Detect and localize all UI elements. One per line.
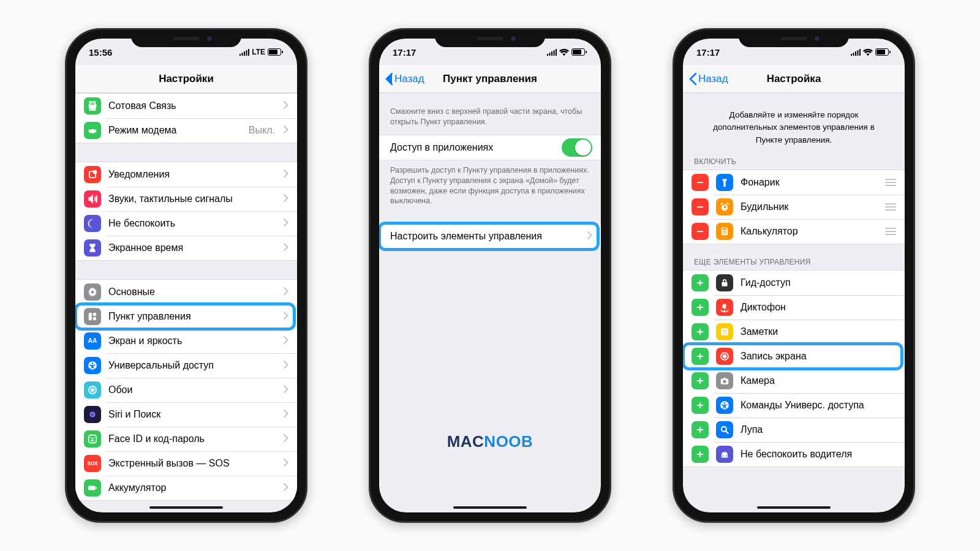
notifications-icon <box>84 166 101 183</box>
svg-rect-1 <box>269 50 277 54</box>
settings-row-moon[interactable]: Не беспокоить <box>75 211 297 236</box>
nav-title: Настройки <box>159 73 214 85</box>
faceid-icon <box>84 430 101 448</box>
status-time: 17:17 <box>696 47 720 58</box>
chevron-right-icon <box>284 482 288 493</box>
control-row-car[interactable]: Не беспокоить водителя <box>683 442 905 467</box>
row-customize-controls[interactable]: Настроить элементы управления <box>379 224 601 249</box>
footer-access: Разрешить доступ к Пункту управления в п… <box>379 160 601 207</box>
camera-icon <box>716 372 733 389</box>
hourglass-icon <box>84 239 101 257</box>
control-row-lock[interactable]: Гид-доступ <box>683 271 905 295</box>
add-button[interactable] <box>692 372 709 389</box>
settings-row-gear[interactable]: Основные <box>75 280 297 304</box>
nav-back-button[interactable]: Назад <box>385 66 424 92</box>
control-row-record[interactable]: Запись экрана <box>683 344 905 369</box>
chevron-right-icon <box>284 218 288 229</box>
chevron-right-icon <box>284 125 288 136</box>
settings-row-cellular[interactable]: Сотовая Связь <box>75 94 297 118</box>
watermark: MACNOOB <box>379 432 601 451</box>
chevron-right-icon <box>284 409 288 420</box>
svg-rect-8 <box>889 51 891 53</box>
row-label: Экранное время <box>108 242 280 253</box>
add-button[interactable] <box>692 397 709 414</box>
reorder-handle-icon[interactable] <box>885 228 896 235</box>
settings-row-siri[interactable]: Siri и Поиск <box>75 402 297 427</box>
row-label: Команды Универс. доступа <box>741 400 896 411</box>
settings-row-hotspot[interactable]: Режим модемаВыкл. <box>75 118 297 143</box>
status-icons <box>546 48 587 56</box>
row-label: Заметки <box>741 326 896 337</box>
row-label: Уведомления <box>108 169 280 180</box>
phone-control-center: 17:17 Назад Пункт управления Смахните вн… <box>369 28 611 523</box>
add-button[interactable] <box>692 421 709 438</box>
section-more: ЕЩЕ ЭЛЕМЕНТЫ УПРАВЛЕНИЯ <box>683 258 905 270</box>
settings-row-aa[interactable]: Экран и яркость <box>75 329 297 353</box>
add-button[interactable] <box>692 446 709 463</box>
chevron-right-icon <box>284 433 288 444</box>
row-label: Камера <box>741 375 896 386</box>
accessibility-icon <box>84 357 101 374</box>
remove-button[interactable] <box>692 198 709 216</box>
row-label: Фонарик <box>741 177 885 188</box>
control-row-access[interactable]: Команды Универс. доступа <box>683 393 905 418</box>
row-access-in-apps[interactable]: Доступ в приложениях <box>379 135 601 160</box>
nav-bar: Назад Пункт управления <box>379 66 601 93</box>
toggle-access-in-apps[interactable] <box>562 138 592 157</box>
control-row-calc[interactable]: Калькулятор <box>683 219 905 244</box>
lock-icon <box>716 274 733 291</box>
remove-button[interactable] <box>692 223 709 240</box>
device-notch <box>131 30 241 47</box>
nav-bar: Настройки <box>75 66 297 93</box>
nav-title: Пункт управления <box>443 73 537 85</box>
add-button[interactable] <box>692 348 709 365</box>
control-row-alarm[interactable]: Будильник <box>683 195 905 219</box>
svg-rect-5 <box>586 51 587 53</box>
home-indicator[interactable] <box>757 506 831 509</box>
settings-row-control[interactable]: Пункт управления <box>75 304 297 329</box>
settings-row-wallpaper[interactable]: Обои <box>75 378 297 402</box>
settings-row-notifications[interactable]: Уведомления <box>75 162 297 187</box>
remove-button[interactable] <box>692 174 709 191</box>
row-label: Калькулятор <box>741 226 885 237</box>
row-label: Пункт управления <box>108 311 280 322</box>
settings-row-sounds[interactable]: Звуки, тактильные сигналы <box>75 187 297 211</box>
settings-row-hourglass[interactable]: Экранное время <box>75 236 297 260</box>
control-row-magnifier[interactable]: Лупа <box>683 418 905 442</box>
chevron-right-icon <box>284 458 288 469</box>
settings-row-battery[interactable]: Аккумулятор <box>75 476 297 500</box>
add-button[interactable] <box>692 323 709 340</box>
hotspot-icon <box>84 122 101 139</box>
device-notch <box>435 30 545 47</box>
row-label: Диктофон <box>741 302 896 313</box>
row-label: Экран и яркость <box>108 335 280 347</box>
control-row-camera[interactable]: Камера <box>683 369 905 393</box>
row-label: Аккумулятор <box>108 482 280 493</box>
section-included: ВКЛЮЧИТЬ <box>683 157 905 170</box>
add-button[interactable] <box>692 274 709 291</box>
control-icon <box>84 308 101 325</box>
row-label: Не беспокоить <box>108 218 280 229</box>
row-value: Выкл. <box>249 125 275 136</box>
reorder-handle-icon[interactable] <box>885 179 896 186</box>
intro-text: Добавляйте и изменяйте порядок дополните… <box>683 93 905 152</box>
settings-row-faceid[interactable]: Face ID и код-пароль <box>75 427 297 451</box>
settings-row-sos[interactable]: Экстренный вызов — SOS <box>75 451 297 476</box>
settings-row-accessibility[interactable]: Универсальный доступ <box>75 353 297 378</box>
svg-rect-4 <box>573 50 581 54</box>
control-row-notes[interactable]: Заметки <box>683 320 905 344</box>
record-icon <box>716 348 733 365</box>
notes-icon <box>716 323 733 340</box>
home-indicator[interactable] <box>453 506 527 509</box>
reorder-handle-icon[interactable] <box>885 203 896 211</box>
alarm-icon <box>716 198 733 216</box>
siri-icon <box>84 406 101 423</box>
row-label: Будильник <box>741 201 885 212</box>
nav-back-button[interactable]: Назад <box>689 66 728 92</box>
control-row-voice[interactable]: Диктофон <box>683 295 905 320</box>
control-row-flashlight[interactable]: Фонарик <box>683 170 905 195</box>
add-button[interactable] <box>692 299 709 316</box>
chevron-right-icon <box>284 360 288 371</box>
chevron-right-icon <box>284 311 288 322</box>
home-indicator[interactable] <box>149 506 223 509</box>
